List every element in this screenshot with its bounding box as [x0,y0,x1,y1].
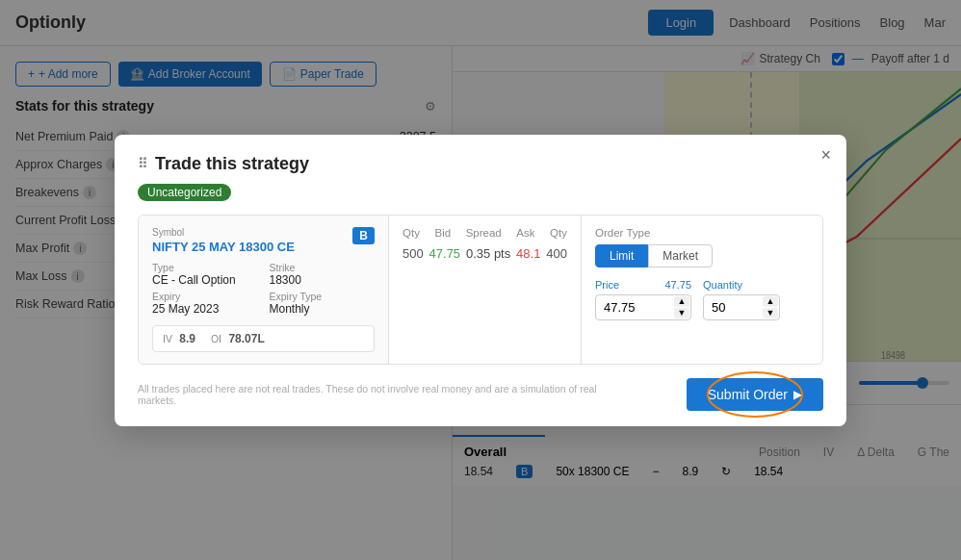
quantity-spinners: ▲ ▼ [763,296,778,318]
oi-value: 78.07L [228,332,264,345]
trade-strategy-modal: × ⠿ Trade this strategy Uncategorized Sy… [115,135,846,426]
modal-symbol-info: Symbol NIFTY 25 MAY 18300 CE B Type CE -… [139,216,389,364]
type-value: CE - Call Option [152,273,258,287]
quantity-label: Quantity [703,279,780,291]
type-meta: Type CE - Call Option [152,262,258,287]
modal-order-section: Order Type Limit Market Price 47.75 [582,216,822,364]
disclaimer-text: All trades placed here are not real trad… [138,383,600,406]
price-label: Price 47.75 [595,279,691,291]
arrow-icon: ▶ [793,388,802,401]
order-type-label: Order Type [595,227,809,239]
modal-footer: All trades placed here are not real trad… [138,378,823,411]
order-type-limit-button[interactable]: Limit [595,244,648,267]
price-qty-row: Price 47.75 ▲ ▼ Quant [595,279,809,320]
quantity-group: Quantity ▲ ▼ [703,279,780,320]
oi-item: OI 78.07L [211,332,265,345]
modal-overlay[interactable]: × ⠿ Trade this strategy Uncategorized Sy… [0,0,961,560]
submit-btn-wrapper: Submit Order ▶ [687,378,823,411]
submit-order-button[interactable]: Submit Order ▶ [687,378,823,411]
meta-grid: Type CE - Call Option Strike 18300 Expir… [152,262,375,316]
bid-value: 47.75 [429,246,461,261]
bid-col-header: Bid [434,227,451,239]
spread-col-header: Spread [466,227,502,239]
price-decrease-button[interactable]: ▼ [674,308,689,318]
quantity-decrease-button[interactable]: ▼ [763,308,778,318]
price-input-wrap: ▲ ▼ [595,294,691,320]
buy-badge: B [352,227,375,244]
order-type-market-button[interactable]: Market [648,244,713,267]
expiry-type-value: Monthly [270,302,376,316]
modal-content: Symbol NIFTY 25 MAY 18300 CE B Type CE -… [138,215,823,365]
strike-meta: Strike 18300 [270,262,376,287]
symbol-label: Symbol [152,227,295,238]
price-group: Price 47.75 ▲ ▼ [595,279,691,320]
ask-col-header: Ask [516,227,534,239]
qty-col-header: Qty [403,227,420,239]
spread-value: 0.35 pts [466,246,510,261]
price-increase-button[interactable]: ▲ [674,296,689,307]
iv-item: IV 8.9 [163,332,195,345]
iv-oi-row: IV 8.9 OI 78.07L [152,325,375,352]
expiry-value: 25 May 2023 [152,302,258,316]
modal-title: ⠿ Trade this strategy [138,154,823,174]
grid-icon: ⠿ [138,156,147,171]
price-spinners: ▲ ▼ [674,296,689,318]
quantity-increase-button[interactable]: ▲ [763,296,778,307]
qty-400-value: 400 [546,246,567,261]
symbol-header: Symbol NIFTY 25 MAY 18300 CE B [152,227,375,254]
price-hint: 47.75 [664,279,691,291]
order-type-buttons: Limit Market [595,244,809,267]
qty-header-row: Qty Bid Spread Ask Qty [403,227,567,239]
qty-500-value: 500 [403,246,424,261]
expiry-type-meta: Expiry Type Monthly [270,291,376,316]
symbol-name: NIFTY 25 MAY 18300 CE [152,240,295,254]
modal-qty-section: Qty Bid Spread Ask Qty 500 47.75 0.35 pt… [389,216,582,364]
expiry-meta: Expiry 25 May 2023 [152,291,258,316]
quantity-input-wrap: ▲ ▼ [703,294,780,320]
qty2-col-header: Qty [550,227,567,239]
uncategorized-badge: Uncategorized [138,184,231,201]
ask-value: 48.1 [516,246,540,261]
qty-values-row: 500 47.75 0.35 pts 48.1 400 [403,246,567,261]
symbol-name-group: Symbol NIFTY 25 MAY 18300 CE [152,227,295,254]
modal-close-button[interactable]: × [820,146,831,164]
iv-value: 8.9 [179,332,195,345]
strike-value: 18300 [270,273,376,287]
